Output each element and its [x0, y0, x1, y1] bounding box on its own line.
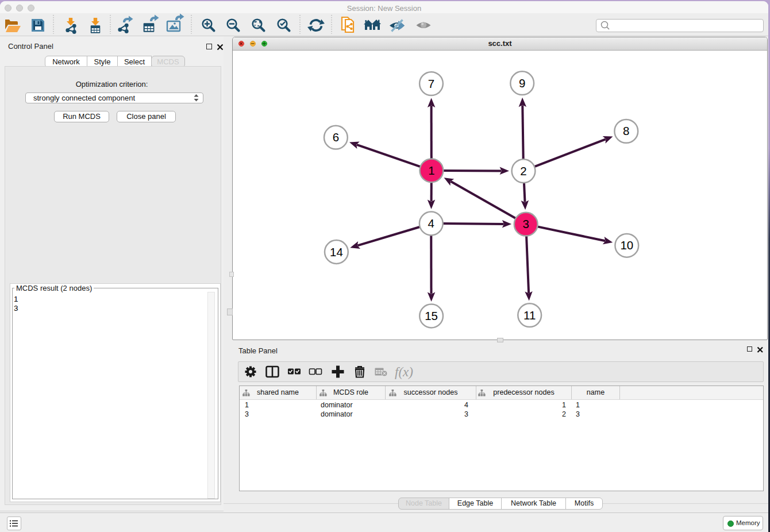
- svg-text:14: 14: [330, 245, 343, 259]
- svg-text:15: 15: [425, 309, 438, 322]
- svg-text:8: 8: [623, 124, 629, 137]
- svg-text:3: 3: [522, 217, 529, 230]
- svg-text:6: 6: [333, 130, 339, 144]
- svg-text:7: 7: [428, 77, 434, 90]
- svg-text:1: 1: [428, 164, 434, 177]
- svg-text:2: 2: [520, 164, 526, 178]
- svg-text:10: 10: [620, 238, 633, 252]
- svg-text:f(x): f(x): [395, 365, 413, 379]
- svg-text:4: 4: [428, 217, 434, 230]
- svg-text:9: 9: [519, 76, 525, 90]
- svg-text:11: 11: [523, 309, 536, 322]
